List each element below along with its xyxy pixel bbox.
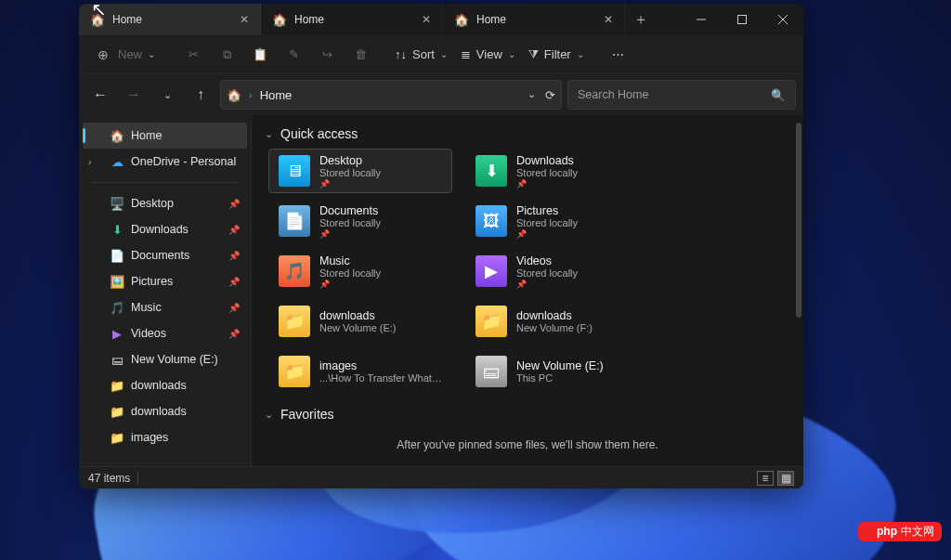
quick-access-tile[interactable]: 📁 images ...\How To Transfer Whats... [268,349,452,394]
more-button[interactable]: ⋯ [603,41,634,69]
refresh-button[interactable]: ⟳ [545,88,555,102]
tile-name: Pictures [516,204,578,217]
share-icon: ↪ [322,47,332,61]
quick-access-tile[interactable]: 🖼 Pictures Stored locally 📌 [465,199,649,243]
chevron-right-icon[interactable]: › [88,157,91,167]
sidebar-item-home[interactable]: 🏠 Home [83,123,247,149]
folder-icon: 📁 [279,306,310,337]
folder-icon: 📁 [109,405,125,419]
sidebar-item[interactable]: 📁 downloads [83,398,247,424]
quick-access-tile[interactable]: 🎵 Music Stored locally 📌 [268,249,452,293]
svg-rect-1 [738,16,747,24]
sidebar-item[interactable]: 🎵 Music 📌 [83,294,247,320]
share-button[interactable]: ↪ [311,41,343,69]
address-chevron-down-icon[interactable]: ⌄ [528,88,536,102]
window-minimize-button[interactable] [681,4,722,35]
video-icon: ▶ [476,255,507,287]
filter-button[interactable]: ⧩Filter⌄ [523,41,590,69]
tile-name: Videos [516,254,578,267]
sidebar-item[interactable]: ▶ Videos 📌 [83,320,247,346]
tile-name: images [319,359,442,372]
view-icon: ≣ [461,47,471,61]
onedrive-icon: ☁ [109,155,125,169]
folder-icon: 📁 [109,379,125,393]
file-explorer-window: 🏠 Home ✕🏠 Home ✕🏠 Home ✕ ＋ New⌄ ✂ ⧉ 📋 ✎ … [79,4,803,488]
breadcrumb-separator: › [249,89,253,100]
quick-access-header[interactable]: ⌄ Quick access [265,126,790,141]
rename-button[interactable]: ✎ [278,41,309,69]
pin-icon: 📌 [228,329,240,339]
tab-close-button[interactable]: ✕ [240,13,249,26]
sidebar-item[interactable]: 📁 downloads [83,372,247,398]
paste-button[interactable]: 📋 [244,41,276,69]
sidebar-item[interactable]: 🖼️ Pictures 📌 [83,268,247,294]
sidebar-item[interactable]: 📄 Documents 📌 [83,242,247,268]
pics-icon: 🖼 [476,205,507,237]
tile-name: Documents [319,204,381,217]
quick-access-tile[interactable]: 📁 downloads New Volume (E:) [268,299,452,344]
delete-button[interactable]: 🗑 [345,41,376,69]
tile-subtitle: Stored locally [319,167,381,178]
tab-close-button[interactable]: ✕ [604,13,613,26]
folder-icon: 📄 [109,249,125,263]
nav-forward-button[interactable]: → [120,81,148,109]
tab-close-button[interactable]: ✕ [422,13,431,26]
copy-button[interactable]: ⧉ [211,41,242,69]
nav-up-button[interactable]: ↑ [187,81,215,109]
pin-icon: 📌 [228,225,240,235]
sidebar-item-label: Pictures [131,275,173,288]
pin-icon: 📌 [319,229,381,239]
pin-icon: 📌 [319,280,381,289]
window-maximize-button[interactable] [722,4,762,35]
tile-subtitle: New Volume (E:) [319,322,397,333]
quick-access-tile[interactable]: 🖥 Desktop Stored locally 📌 [268,149,452,193]
quick-access-tile[interactable]: 🖴 New Volume (E:) This PC [465,349,649,394]
quick-access-tile[interactable]: 📄 Documents Stored locally 📌 [268,199,452,243]
tab-home[interactable]: 🏠 Home ✕ [443,4,625,35]
home-icon: 🏠 [109,129,125,143]
chevron-down-icon: ⌄ [265,128,273,140]
music-icon: 🎵 [279,255,310,287]
nav-back-button[interactable]: ← [86,81,114,109]
docs-icon: 📄 [279,205,310,237]
navigation-bar: ← → ⌄ ↑ 🏠 › Home ⌄ ⟳ Search Home 🔍 [79,74,803,115]
tile-subtitle: Stored locally [319,217,381,228]
search-box[interactable]: Search Home 🔍 [567,80,796,110]
sidebar-item[interactable]: 📁 images [83,424,247,450]
sidebar-item[interactable]: 🖥️ Desktop 📌 [83,190,247,216]
sidebar-item[interactable]: 🖴 New Volume (E:) [83,346,247,372]
pin-icon: 📌 [516,280,578,289]
tab-label: Home [476,13,506,26]
sidebar-item-onedrive[interactable]: › ☁ OneDrive - Personal [83,149,247,175]
tab-home[interactable]: 🏠 Home ✕ [261,4,443,35]
delete-icon: 🗑 [355,47,367,61]
nav-recent-button[interactable]: ⌄ [153,81,181,109]
window-close-button[interactable] [762,4,803,35]
tile-subtitle: Stored locally [516,167,578,178]
sort-button[interactable]: ↑↓Sort⌄ [389,41,453,69]
tiles-view-button[interactable]: ▦ [777,471,794,486]
vertical-scrollbar[interactable] [796,123,801,466]
details-view-button[interactable]: ≡ [757,471,774,486]
tile-name: Music [319,254,381,267]
quick-access-tile[interactable]: ▶ Videos Stored locally 📌 [465,249,649,293]
sidebar-item[interactable]: ⬇ Downloads 📌 [83,216,247,242]
home-icon: 🏠 [454,13,469,27]
quick-access-tile[interactable]: ⬇ Downloads Stored locally 📌 [465,149,649,193]
section-title: Quick access [280,126,358,141]
breadcrumb-home[interactable]: Home [260,88,293,102]
favorites-header[interactable]: ⌄ Favorites [265,407,790,422]
cut-button[interactable]: ✂ [177,41,209,69]
pin-icon: 📌 [228,251,240,261]
tile-subtitle: Stored locally [516,267,578,279]
folder-icon: 🖴 [109,353,125,367]
new-button[interactable]: New⌄ [88,41,164,69]
tile-subtitle: This PC [516,372,604,384]
watermark-badge: 中文网 [858,522,942,541]
view-button[interactable]: ≣View⌄ [455,41,521,69]
tile-name: downloads [319,309,397,322]
new-tab-button[interactable]: ＋ [625,4,657,35]
quick-access-tile[interactable]: 📁 downloads New Volume (F:) [465,299,649,344]
address-bar[interactable]: 🏠 › Home ⌄ ⟳ [220,80,562,110]
search-placeholder: Search Home [578,88,648,101]
